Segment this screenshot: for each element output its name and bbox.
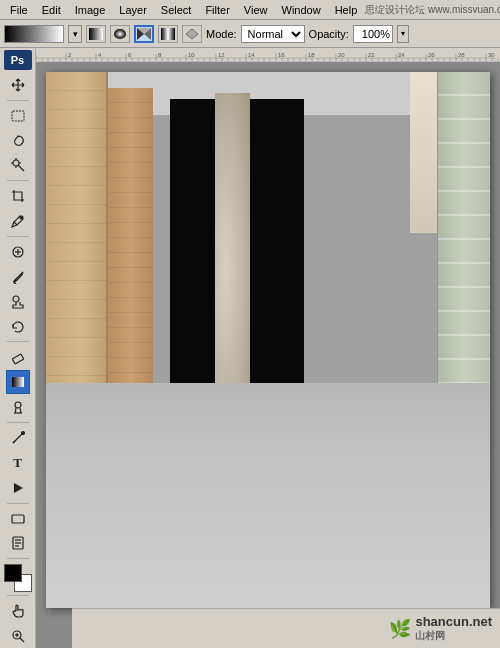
ps-logo: Ps [4,50,32,70]
mode-select[interactable]: Normal Multiply Screen Overlay [241,25,305,43]
tool-sep-8 [7,595,29,596]
eraser-tool[interactable] [6,345,30,369]
shape-tool[interactable] [6,507,30,531]
gradient-radial-btn[interactable] [110,25,130,43]
top-right-light [410,72,437,233]
gradient-tool[interactable] [6,370,30,394]
svg-text:14: 14 [248,52,255,58]
canvas-area: 🌿 shancun.net 山村网 [36,62,500,648]
svg-line-103 [18,165,24,171]
menu-bar: File Edit Image Layer Select Filter View… [0,0,500,20]
brush-tool[interactable] [6,265,30,289]
scene [46,72,490,608]
svg-point-118 [21,431,24,434]
pen-tool[interactable] [6,426,30,450]
history-brush-tool[interactable] [6,315,30,339]
svg-text:26: 26 [428,52,435,58]
gradient-preview[interactable] [4,25,64,43]
menu-item-view[interactable]: View [238,3,274,17]
svg-text:20: 20 [338,52,345,58]
options-bar: ▾ Mode: Normal Multiply Screen Overlay O… [0,20,500,48]
gradient-linear-btn[interactable] [86,25,106,43]
svg-point-1 [114,29,126,39]
tool-sep-5 [7,422,29,423]
svg-point-116 [15,402,21,408]
svg-text:12: 12 [218,52,225,58]
eyedropper-tool[interactable] [6,209,30,233]
opacity-input[interactable] [353,25,393,43]
svg-rect-115 [12,377,24,387]
stamp-tool[interactable] [6,290,30,314]
notes-tool[interactable] [6,531,30,555]
svg-text:10: 10 [188,52,195,58]
healing-tool[interactable] [6,240,30,264]
svg-text:16: 16 [278,52,285,58]
path-select-tool[interactable] [6,476,30,500]
svg-marker-6 [186,29,198,39]
svg-text:24: 24 [398,52,405,58]
opacity-label: Opacity: [309,28,349,40]
gradient-angle-btn[interactable] [134,25,154,43]
ruler-bar: // We'll do this via JS below 2468101214… [36,48,500,62]
svg-marker-119 [14,483,23,493]
menu-item-filter[interactable]: Filter [199,3,235,17]
svg-line-126 [20,638,24,642]
crop-tool[interactable] [6,184,30,208]
menu-item-image[interactable]: Image [69,3,112,17]
lasso-tool[interactable] [6,129,30,153]
menu-item-layer[interactable]: Layer [113,3,153,17]
tool-sep-6 [7,503,29,504]
svg-point-113 [13,296,19,302]
menu-item-edit[interactable]: Edit [36,3,67,17]
opacity-arrow[interactable]: ▾ [397,25,409,43]
black-panel-center [241,99,303,383]
brand-domain: .net [469,614,492,629]
watermark-bottom: 🌿 shancun.net 山村网 [389,614,492,643]
menu-item-file[interactable]: File [4,3,34,17]
svg-rect-0 [89,28,103,40]
menu-item-select[interactable]: Select [155,3,198,17]
tool-sep-1 [7,100,29,101]
gradient-reflected-btn[interactable] [158,25,178,43]
gradient-arrow-btn[interactable]: ▾ [68,25,82,43]
ruler-svg: // We'll do this via JS below 2468101214… [36,48,500,62]
tool-sep-2 [7,180,29,181]
ps-canvas[interactable] [46,72,490,608]
floor [46,383,490,608]
hand-tool[interactable] [6,599,30,623]
svg-rect-102 [12,111,24,121]
zoom-tool[interactable] [6,624,30,648]
status-bar: 🌿 shancun.net 山村网 [72,608,500,648]
move-tool[interactable] [6,73,30,97]
svg-rect-5 [161,28,175,40]
svg-rect-114 [12,354,24,364]
menu-item-window[interactable]: Window [276,3,327,17]
tool-sep-3 [7,236,29,237]
svg-text:22: 22 [368,52,375,58]
tool-sep-7 [7,558,29,559]
svg-text:18: 18 [308,52,315,58]
toolbar: Ps [0,48,36,648]
svg-rect-120 [12,515,24,523]
leaf-icon: 🌿 [389,618,411,640]
tool-sep-4 [7,341,29,342]
watermark-top: 思绽设计论坛 www.missvuan.com [365,3,500,17]
type-tool[interactable]: T [6,451,30,475]
svg-text:28: 28 [458,52,465,58]
brand-sub: 山村网 [415,629,492,643]
svg-text:30: 30 [488,52,495,58]
dodge-tool[interactable] [6,395,30,419]
brand-name: shancun [415,614,468,629]
svg-point-109 [20,216,23,219]
menu-item-help[interactable]: Help [329,3,364,17]
svg-point-104 [13,160,19,166]
mode-label: Mode: [206,28,237,40]
foreground-color[interactable] [4,564,22,582]
magic-wand-tool[interactable] [6,153,30,177]
marquee-tool[interactable] [6,104,30,128]
color-swatches[interactable] [4,564,32,592]
gradient-diamond-btn[interactable] [182,25,202,43]
